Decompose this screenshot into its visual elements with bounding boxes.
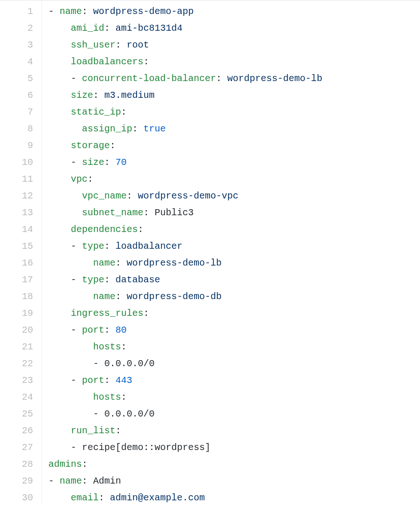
line-number: 7: [6, 104, 33, 121]
token-punct: :: [138, 224, 143, 235]
code-line: name: wordpress-demo-lb: [48, 255, 420, 272]
code-content: - name: wordpress-demo-app ami_id: ami-b…: [42, 0, 420, 505]
code-line: admins:: [48, 456, 420, 473]
token-str: wordpress-demo-db: [127, 291, 222, 302]
token-punct: :: [143, 56, 149, 67]
code-line: - type: database: [48, 272, 420, 288]
token-punct: :: [104, 325, 115, 335]
token-key: ingress_rules: [71, 308, 143, 319]
line-number: 28: [6, 456, 33, 473]
token-punct: :: [121, 392, 127, 403]
code-line: - 0.0.0.0/0: [48, 355, 420, 372]
token-key: name: [93, 258, 115, 268]
token-punct: -: [48, 6, 60, 17]
code-line: ami_id: ami-bc8131d4: [48, 20, 420, 37]
line-number: 1: [6, 3, 33, 20]
line-number: 16: [6, 255, 33, 272]
line-number: 2: [6, 20, 33, 37]
code-line: size: m3.medium: [48, 87, 420, 104]
code-line: run_list:: [48, 423, 420, 439]
token-punct: :: [115, 40, 127, 50]
line-number: 25: [6, 406, 33, 423]
token-punct: :: [93, 90, 104, 101]
code-line: - name: Admin: [48, 473, 420, 490]
line-number: 5: [6, 70, 33, 87]
code-line: vpc_name: wordpress-demo-vpc: [48, 188, 420, 205]
token-key: vpc: [71, 174, 88, 184]
token-key: hosts: [93, 392, 121, 403]
line-number: 17: [6, 272, 33, 288]
line-number: 10: [6, 154, 33, 171]
token-key: storage: [71, 140, 110, 151]
line-number: 19: [6, 305, 33, 322]
token-plain: 0.0.0.0/0: [104, 409, 155, 419]
line-number: 22: [6, 355, 33, 372]
line-number: 18: [6, 288, 33, 305]
token-str: wordpress-demo-lb: [227, 73, 322, 84]
line-number: 6: [6, 87, 33, 104]
token-punct: -: [71, 325, 82, 335]
token-str: database: [115, 274, 160, 285]
token-plain: recipe[demo::wordpress]: [82, 442, 210, 453]
token-key: type: [82, 274, 104, 285]
token-punct: -: [93, 358, 104, 369]
token-key: loadbalancers: [71, 56, 143, 67]
token-punct: :: [115, 258, 127, 268]
token-punct: :: [104, 157, 115, 168]
line-number: 21: [6, 339, 33, 355]
code-line: email: admin@example.com: [48, 490, 420, 505]
token-key: dependencies: [71, 224, 138, 235]
token-punct: :: [82, 6, 93, 17]
token-punct: :: [143, 207, 155, 218]
token-str: root: [127, 40, 149, 50]
token-punct: :: [143, 308, 149, 319]
code-line: - port: 80: [48, 322, 420, 339]
code-line: ssh_user: root: [48, 37, 420, 54]
code-line: ingress_rules:: [48, 305, 420, 322]
token-punct: -: [71, 157, 82, 168]
token-key: email: [71, 492, 99, 503]
line-number: 15: [6, 238, 33, 255]
token-punct: :: [132, 123, 143, 134]
token-str: wordpress-demo-app: [93, 6, 194, 17]
token-key: name: [93, 291, 115, 302]
token-punct: :: [216, 73, 227, 84]
code-line: - type: loadbalancer: [48, 238, 420, 255]
line-number: 30: [6, 490, 33, 505]
line-number: 13: [6, 205, 33, 221]
token-punct: :: [127, 191, 138, 201]
token-punct: -: [71, 375, 82, 386]
token-key: port: [82, 375, 104, 386]
token-punct: :: [115, 425, 121, 436]
code-line: name: wordpress-demo-db: [48, 288, 420, 305]
code-line: assign_ip: true: [48, 121, 420, 137]
token-punct: -: [93, 409, 104, 419]
line-number-gutter: 1234567891011121314151617181920212223242…: [0, 0, 42, 505]
code-line: - recipe[demo::wordpress]: [48, 439, 420, 456]
code-line: vpc:: [48, 171, 420, 188]
token-str: wordpress-demo-lb: [127, 258, 222, 268]
token-key: concurrent-load-balancer: [82, 73, 216, 84]
line-number: 8: [6, 121, 33, 137]
token-str: admin@example.com: [110, 492, 205, 503]
token-punct: :: [115, 291, 127, 302]
token-str: wordpress-demo-vpc: [138, 191, 238, 201]
line-number: 14: [6, 221, 33, 238]
line-number: 20: [6, 322, 33, 339]
token-punct: :: [104, 241, 115, 252]
code-line: subnet_name: Public3: [48, 205, 420, 221]
token-bool: true: [143, 123, 166, 134]
token-plain: 0.0.0.0/0: [104, 358, 155, 369]
line-number: 26: [6, 423, 33, 439]
code-line: dependencies:: [48, 221, 420, 238]
token-punct: :: [99, 492, 110, 503]
token-key: size: [82, 157, 104, 168]
token-punct: :: [104, 274, 115, 285]
line-number: 12: [6, 188, 33, 205]
line-number: 9: [6, 137, 33, 154]
token-key: port: [82, 325, 104, 335]
line-number: 11: [6, 171, 33, 188]
code-line: - port: 443: [48, 372, 420, 389]
code-line: static_ip:: [48, 104, 420, 121]
token-key: size: [71, 90, 93, 101]
